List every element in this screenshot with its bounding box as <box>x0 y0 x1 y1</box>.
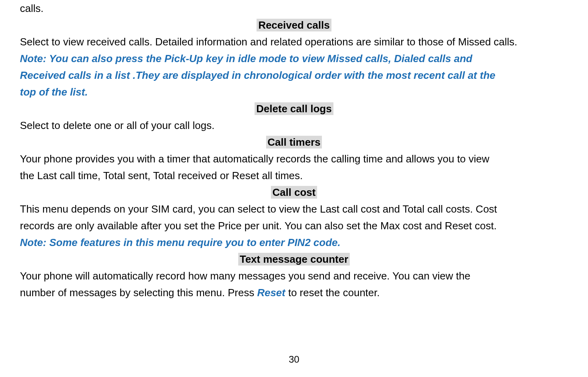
fragment-top: calls. <box>20 0 568 17</box>
heading-call-cost: Call cost <box>20 184 568 201</box>
body-call-timers-l2: the Last call time, Total sent, Total re… <box>20 167 568 184</box>
body-call-cost-l1: This menu depends on your SIM card, you … <box>20 201 568 217</box>
document-page: calls. Received calls Select to view rec… <box>0 0 588 377</box>
heading-received-calls: Received calls <box>20 17 568 33</box>
note-2: Note: Some features in this menu require… <box>20 234 568 251</box>
reset-keyword: Reset <box>257 287 285 299</box>
heading-text: Call cost <box>271 186 317 199</box>
body-delete-call-logs: Select to delete one or all of your call… <box>20 117 568 134</box>
body-call-timers-l1: Your phone provides you with a timer tha… <box>20 150 568 167</box>
heading-text: Text message counter <box>238 253 350 266</box>
note-1-line-2: Received calls in a list .They are displ… <box>20 67 568 84</box>
body-text-msg-l2: number of messages by selecting this men… <box>20 284 568 301</box>
body-call-cost-l2: records are only available after you set… <box>20 217 568 234</box>
body-text-msg-l1: Your phone will automatically record how… <box>20 268 568 284</box>
heading-call-timers: Call timers <box>20 134 568 150</box>
heading-text: Received calls <box>257 19 331 31</box>
heading-text-message-counter: Text message counter <box>20 251 568 268</box>
heading-delete-call-logs: Delete call logs <box>20 100 568 117</box>
note-1-line-3: top of the list. <box>20 84 568 100</box>
body-text-msg-l2-pre: number of messages by selecting this men… <box>20 287 257 299</box>
body-text-msg-l2-post: to reset the counter. <box>285 287 380 299</box>
page-number: 30 <box>0 354 588 365</box>
heading-text: Delete call logs <box>255 102 333 115</box>
note-1-line-1: Note: You can also press the Pick-Up key… <box>20 50 568 67</box>
body-received-calls: Select to view received calls. Detailed … <box>20 33 568 50</box>
heading-text: Call timers <box>266 136 322 148</box>
